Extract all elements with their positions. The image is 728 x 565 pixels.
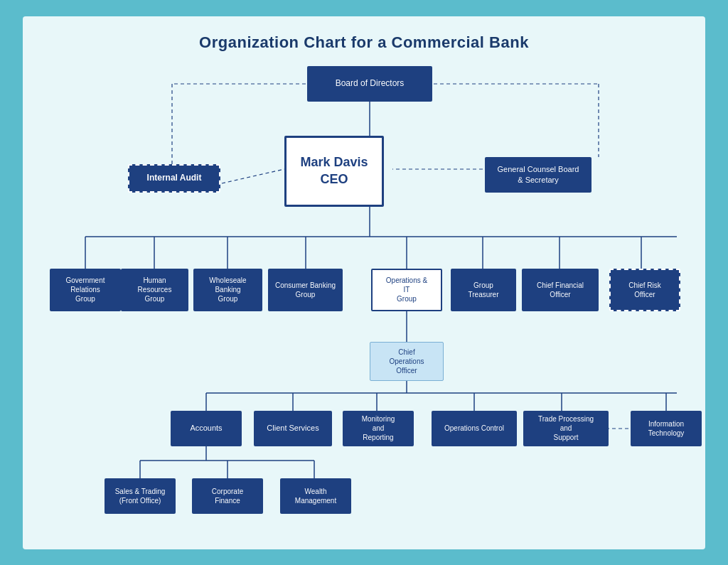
org-area: Board of Directors Internal Audit Mark D… [30, 59, 698, 549]
ops-control-node: Operations Control [432, 411, 517, 446]
operations-it-node: Operations & IT Group [371, 269, 442, 311]
general-counsel-node: General Counsel Board & Secretary [485, 157, 592, 193]
consumer-banking-node: Consumer Banking Group [268, 269, 343, 311]
cro-node: Chief Risk Officer [609, 269, 680, 311]
group-treasurer-node: Group Treasurer [451, 269, 516, 311]
corporate-finance-node: Corporate Finance [192, 478, 263, 514]
svg-line-5 [222, 169, 284, 183]
coo-node: Chief Operations Officer [370, 342, 444, 381]
chart-title: Organization Chart for a Commercial Bank [30, 23, 698, 59]
chart-container: Organization Chart for a Commercial Bank [23, 16, 705, 549]
info-tech-node: Information Technology [631, 411, 702, 446]
internal-audit-node: Internal Audit [128, 164, 220, 193]
accounts-node: Accounts [171, 411, 242, 446]
gov-relations-node: Government Relations Group [50, 269, 121, 311]
board-node: Board of Directors [307, 66, 432, 102]
cfo-node: Chief Financial Officer [522, 269, 599, 311]
wealth-mgmt-node: Wealth Management [280, 478, 351, 514]
ceo-node: Mark Davis CEO [284, 136, 384, 207]
client-services-node: Client Services [254, 411, 332, 446]
sales-trading-node: Sales & Trading (Front Office) [105, 478, 176, 514]
hr-node: Human Resources Group [121, 269, 188, 311]
wholesale-node: Wholeseale Banking Group [193, 269, 262, 311]
monitoring-node: Monitoring and Reporting [343, 411, 414, 446]
trade-processing-node: Trade Processing and Support [523, 411, 609, 446]
